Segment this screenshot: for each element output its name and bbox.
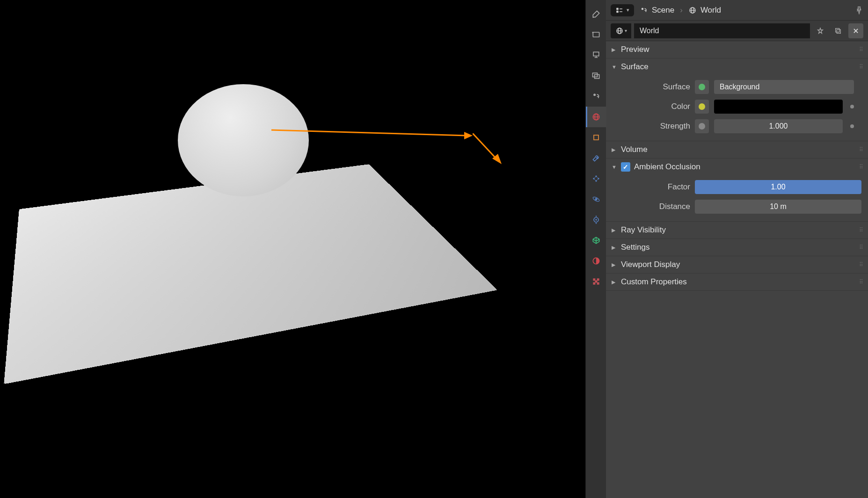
svg-rect-6 xyxy=(593,52,599,56)
svg-point-21 xyxy=(595,219,597,220)
editor-type-dropdown[interactable]: ▾ xyxy=(611,4,634,16)
panel-viewport-header[interactable]: ▶ Viewport Display ⠿ xyxy=(606,256,868,273)
animate-property-icon[interactable] xyxy=(850,105,854,108)
svg-rect-39 xyxy=(836,28,839,32)
node-socket-color-icon[interactable] xyxy=(699,103,705,110)
animate-property-icon[interactable] xyxy=(850,124,854,128)
panel-ao-title: Ambient Occlusion xyxy=(634,162,700,172)
panel-custom-header[interactable]: ▶ Custom Properties ⠿ xyxy=(606,274,868,290)
properties-panel: ▾ Scene › World ▾ World ▶ Preview ⠿ ▼ Su xyxy=(606,0,868,498)
strength-label: Strength xyxy=(606,122,690,131)
ao-distance-label: Distance xyxy=(606,202,690,211)
new-world-button[interactable] xyxy=(831,23,846,38)
panel-viewport-title: Viewport Display xyxy=(621,260,680,269)
drag-grip-icon[interactable]: ⠿ xyxy=(859,146,862,153)
svg-rect-30 xyxy=(616,7,619,10)
panel-volume-header[interactable]: ▶ Volume ⠿ xyxy=(606,141,868,158)
panel-ray-title: Ray Visibility xyxy=(621,225,666,235)
world-icon xyxy=(688,6,697,14)
drag-grip-icon[interactable]: ⠿ xyxy=(859,164,862,170)
drag-grip-icon[interactable]: ⠿ xyxy=(859,279,862,285)
svg-point-22 xyxy=(596,216,597,217)
svg-point-9 xyxy=(593,94,596,96)
panel-preview-header[interactable]: ▶ Preview ⠿ xyxy=(606,41,868,58)
tab-scene[interactable] xyxy=(586,86,606,107)
world-browse-dropdown[interactable]: ▾ xyxy=(611,23,631,38)
tab-data[interactable] xyxy=(586,230,606,251)
breadcrumb-world[interactable]: World xyxy=(700,6,721,15)
ao-distance-input[interactable]: 10 m xyxy=(695,200,861,214)
tab-physics[interactable] xyxy=(586,189,606,209)
tab-particles[interactable] xyxy=(586,168,606,189)
panel-surface-title: Surface xyxy=(621,62,649,72)
chevron-right-icon: ▶ xyxy=(612,147,617,153)
chevron-right-icon: ▶ xyxy=(612,262,617,268)
strength-input[interactable]: 1.000 xyxy=(714,119,843,133)
pin-icon[interactable] xyxy=(855,6,863,14)
properties-tab-bar xyxy=(585,0,606,498)
svg-rect-31 xyxy=(616,10,619,13)
tab-texture[interactable] xyxy=(586,271,606,292)
ao-factor-slider[interactable]: 1.00 xyxy=(695,180,861,194)
tab-output[interactable] xyxy=(586,45,606,65)
svg-rect-8 xyxy=(595,75,599,79)
breadcrumb-scene[interactable]: Scene xyxy=(652,6,674,15)
chevron-right-icon: ▶ xyxy=(612,47,617,53)
ao-checkbox[interactable]: ✓ xyxy=(621,162,630,172)
panel-ray-header[interactable]: ▶ Ray Visibility ⠿ xyxy=(606,222,868,238)
drag-grip-icon[interactable]: ⠿ xyxy=(859,46,862,53)
tab-object[interactable] xyxy=(586,127,606,148)
color-picker[interactable] xyxy=(714,100,843,114)
scene-icon xyxy=(640,6,648,14)
svg-rect-5 xyxy=(592,32,594,33)
svg-point-18 xyxy=(595,198,598,201)
chevron-right-icon: ▶ xyxy=(612,245,617,251)
tab-material[interactable] xyxy=(586,251,606,271)
tab-constraints[interactable] xyxy=(586,209,606,230)
fake-user-button[interactable] xyxy=(813,23,828,38)
chevron-right-icon: ▶ xyxy=(612,279,617,285)
svg-rect-40 xyxy=(837,29,840,33)
chevron-down-icon: ▼ xyxy=(612,64,617,70)
world-name-input[interactable]: World xyxy=(634,23,810,38)
svg-rect-28 xyxy=(593,282,595,285)
tab-tool[interactable] xyxy=(586,4,606,24)
chevron-right-icon: ▶ xyxy=(612,227,617,233)
drag-grip-icon[interactable]: ⠿ xyxy=(859,261,862,268)
panel-custom-title: Custom Properties xyxy=(621,277,687,287)
node-socket-float-icon[interactable] xyxy=(699,123,705,130)
panel-preview-title: Preview xyxy=(621,45,649,54)
world-name-row: ▾ World xyxy=(606,21,868,41)
drag-grip-icon[interactable]: ⠿ xyxy=(859,227,862,233)
tab-viewlayer[interactable] xyxy=(586,65,606,86)
surface-label: Surface xyxy=(606,82,690,92)
svg-rect-4 xyxy=(593,32,599,37)
panel-settings-header[interactable]: ▶ Settings ⠿ xyxy=(606,239,868,256)
svg-rect-29 xyxy=(597,282,599,285)
node-socket-shader-icon[interactable] xyxy=(699,84,705,90)
tab-world[interactable] xyxy=(586,107,606,127)
viewport-render xyxy=(0,0,585,498)
unlink-world-button[interactable] xyxy=(848,23,863,38)
tab-render[interactable] xyxy=(586,24,606,45)
breadcrumb-separator: › xyxy=(680,6,683,15)
panel-settings-title: Settings xyxy=(621,243,649,252)
render-ground-plane xyxy=(4,164,497,384)
breadcrumb: Scene › World xyxy=(640,6,721,15)
drag-grip-icon[interactable]: ⠿ xyxy=(859,64,862,70)
render-object xyxy=(178,84,309,196)
ao-factor-label: Factor xyxy=(606,182,690,192)
svg-rect-13 xyxy=(594,135,598,140)
svg-point-32 xyxy=(642,7,644,10)
color-label: Color xyxy=(606,102,690,111)
drag-grip-icon[interactable]: ⠿ xyxy=(859,244,862,251)
surface-value-dropdown[interactable]: Background xyxy=(714,80,854,94)
tab-modifier[interactable] xyxy=(586,148,606,168)
panel-volume-title: Volume xyxy=(621,145,648,154)
panel-surface-header[interactable]: ▼ Surface ⠿ xyxy=(606,58,868,75)
svg-point-23 xyxy=(596,223,597,224)
panel-header: ▾ Scene › World xyxy=(606,0,868,21)
panel-ao-header[interactable]: ▼ ✓ Ambient Occlusion ⠿ xyxy=(606,159,868,175)
chevron-down-icon: ▼ xyxy=(612,164,617,170)
